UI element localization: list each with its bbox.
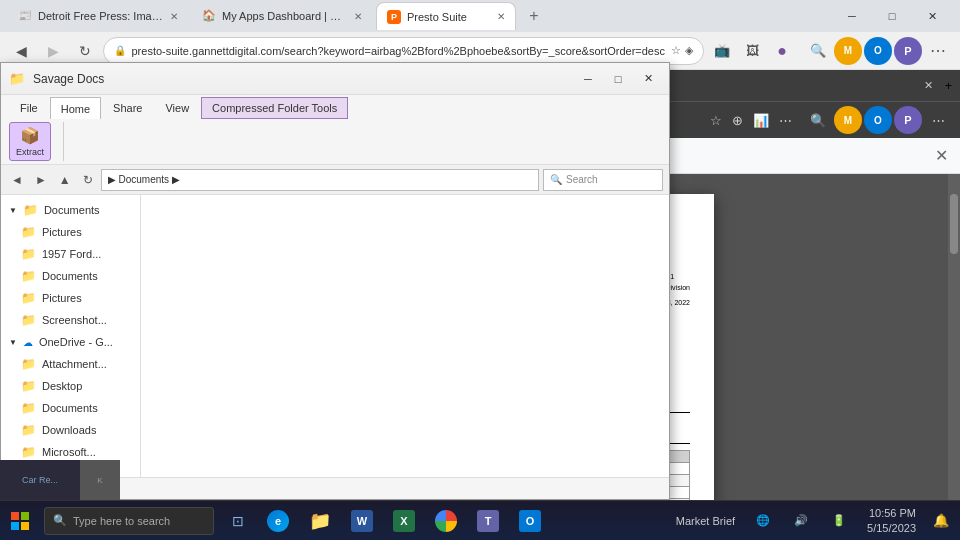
fe-folder-icon-8: 📁 <box>21 379 36 393</box>
fe-main-area <box>141 195 669 477</box>
fe-search-box[interactable]: 🔍 Search <box>543 169 663 191</box>
forward-button[interactable]: ▶ <box>40 37 68 65</box>
fe-minimize-btn[interactable]: ─ <box>575 66 601 92</box>
battery-icon[interactable]: 🔋 <box>821 501 857 541</box>
fe-chevron-od: ▼ <box>9 338 17 347</box>
taskbar-chrome-icon[interactable] <box>426 501 466 541</box>
browser-tab-1[interactable]: 📰 Detroit Free Press: Images ✕ <box>8 2 188 30</box>
back-button[interactable]: ◀ <box>8 37 36 65</box>
pdf-tab-add[interactable]: + <box>945 79 952 93</box>
fe-close-btn[interactable]: ✕ <box>635 66 661 92</box>
fe-sidebar-onedrive[interactable]: ▼ ☁ OneDrive - G... <box>1 331 140 353</box>
browser-maximize[interactable]: □ <box>872 2 912 30</box>
fe-extract-btn[interactable]: 📦 Extract <box>9 122 51 161</box>
file-explorer-window: 📁 Savage Docs ─ □ ✕ File Home Share View… <box>0 62 670 500</box>
taskbar-clock[interactable]: 10:56 PM 5/15/2023 <box>859 506 924 535</box>
fe-up-btn[interactable]: ▲ <box>55 171 75 189</box>
fe-maximize-btn[interactable]: □ <box>605 66 631 92</box>
tab1-favicon: 📰 <box>18 9 32 23</box>
taskbar-fileexplorer-icon[interactable]: 📁 <box>300 501 340 541</box>
pdf-profile-avatar[interactable]: P <box>894 106 922 134</box>
fe-back-btn[interactable]: ◄ <box>7 171 27 189</box>
volume-icon[interactable]: 🔊 <box>783 501 819 541</box>
fe-tab-view[interactable]: View <box>154 97 200 119</box>
bookmark-star-icon[interactable]: ☆ <box>671 44 681 57</box>
fe-refresh-btn[interactable]: ↻ <box>79 171 97 189</box>
browser-minimize[interactable]: ─ <box>832 2 872 30</box>
new-tab-button[interactable]: + <box>520 2 548 30</box>
pdf-nav-icon-2[interactable]: ⊕ <box>728 109 747 132</box>
fe-tab-file[interactable]: File <box>9 97 49 119</box>
cast-icon[interactable]: 📺 <box>708 37 736 65</box>
pdf-ext-icons: 🔍 M O P ⋯ <box>804 106 952 134</box>
fe-sidebar-screenshots[interactable]: 📁 Screenshot... <box>1 309 140 331</box>
address-bar[interactable]: 🔒 presto-suite.gannettdigital.com/search… <box>103 37 705 65</box>
taskbar-edge-icon[interactable]: e <box>258 501 298 541</box>
tab3-close[interactable]: ✕ <box>497 11 505 22</box>
task-view-btn[interactable]: ⊡ <box>220 501 256 541</box>
start-button[interactable] <box>0 501 40 541</box>
fe-sidebar-downloads[interactable]: 📁 Downloads <box>1 419 140 441</box>
browser-close[interactable]: ✕ <box>912 2 952 30</box>
file-explorer-icon: 📁 <box>309 510 331 532</box>
pdf-tab-close-icon[interactable]: ✕ <box>924 79 933 92</box>
pdf-nav-icon-4[interactable]: ⋯ <box>775 109 796 132</box>
reload-button[interactable]: ↻ <box>71 37 99 65</box>
fe-title-icon: 📁 <box>9 71 25 86</box>
notification-center-btn[interactable]: 🔔 <box>926 501 956 541</box>
win-logo-yellow <box>21 522 29 530</box>
profile-avatar[interactable]: P <box>894 37 922 65</box>
fe-sidebar-documents3[interactable]: 📁 Documents <box>1 397 140 419</box>
ext-icon-2[interactable]: M <box>834 37 862 65</box>
pdf-scroll-thumb[interactable] <box>950 194 958 254</box>
pdf-scrollbar[interactable] <box>948 174 960 500</box>
fe-forward-btn[interactable]: ► <box>31 171 51 189</box>
fe-sidebar-desktop[interactable]: 📁 Desktop <box>1 375 140 397</box>
taskbar-teams-icon[interactable]: T <box>468 501 508 541</box>
browser-menu-icon[interactable]: ⋯ <box>924 37 952 65</box>
fe-tab-home[interactable]: Home <box>50 97 101 119</box>
market-brief-widget[interactable]: Market Brief <box>668 515 743 527</box>
ext-icon-1[interactable]: 🔍 <box>804 37 832 65</box>
extension-icon[interactable]: ◈ <box>685 44 693 57</box>
address-bar-icons: ☆ ◈ <box>671 44 693 57</box>
fe-tab-compressed[interactable]: Compressed Folder Tools <box>201 97 348 119</box>
taskbar-date-text: 5/15/2023 <box>867 521 916 535</box>
browser-tab-2[interactable]: 🏠 My Apps Dashboard | Gannett C... ✕ <box>192 2 372 30</box>
tab1-close[interactable]: ✕ <box>170 11 178 22</box>
taskbar-word-icon[interactable]: W <box>342 501 382 541</box>
pdf-nav-icon-1[interactable]: ☆ <box>706 109 726 132</box>
fe-sidebar-1957ford[interactable]: 📁 1957 Ford... <box>1 243 140 265</box>
fe-sidebar-pictures2[interactable]: 📁 Pictures <box>1 287 140 309</box>
tab2-favicon: 🏠 <box>202 9 216 23</box>
car-recall-thumb[interactable]: Car Re... <box>0 460 80 500</box>
pdf-ext-1[interactable]: 🔍 <box>804 106 832 134</box>
taskbar-excel-icon[interactable]: X <box>384 501 424 541</box>
fe-sidebar-documents2[interactable]: 📁 Documents <box>1 265 140 287</box>
collections-icon[interactable]: 🖼 <box>738 37 766 65</box>
taskbar-search[interactable]: 🔍 Type here to search <box>44 507 214 535</box>
tab2-close[interactable]: ✕ <box>354 11 362 22</box>
address-url-text: presto-suite.gannettdigital.com/search?k… <box>132 45 666 57</box>
fe-sidebar-documents[interactable]: ▼ 📁 Documents <box>1 199 140 221</box>
settings-icon[interactable]: ● <box>768 37 796 65</box>
ext-icon-3[interactable]: O <box>864 37 892 65</box>
pdf-ext-3[interactable]: O <box>864 106 892 134</box>
network-icon[interactable]: 🌐 <box>745 501 781 541</box>
nav-right-icons: 📺 🖼 ● <box>708 37 796 65</box>
permission-close-icon[interactable]: ✕ <box>935 146 948 165</box>
fe-address-bar[interactable]: ▶ Documents ▶ <box>101 169 539 191</box>
tab3-label: Presto Suite <box>407 11 491 23</box>
fe-tab-share[interactable]: Share <box>102 97 153 119</box>
pdf-nav-icon-3[interactable]: 📊 <box>749 109 773 132</box>
outlook-icon: O <box>519 510 541 532</box>
fe-sidebar: ▼ 📁 Documents ▶ 📁 Pictures 📁 1957 Ford..… <box>1 195 141 477</box>
pdf-ext-2[interactable]: M <box>834 106 862 134</box>
fe-ribbon-group-1: 📦 Extract <box>9 122 64 161</box>
fe-sidebar-pictures1[interactable]: ▶ 📁 Pictures <box>1 221 140 243</box>
fe-sidebar-attachments[interactable]: 📁 Attachment... <box>1 353 140 375</box>
pdf-menu-btn[interactable]: ⋯ <box>924 106 952 134</box>
taskbar-outlook-icon[interactable]: O <box>510 501 550 541</box>
tab1-label: Detroit Free Press: Images <box>38 10 164 22</box>
browser-tab-3[interactable]: P Presto Suite ✕ <box>376 2 516 30</box>
